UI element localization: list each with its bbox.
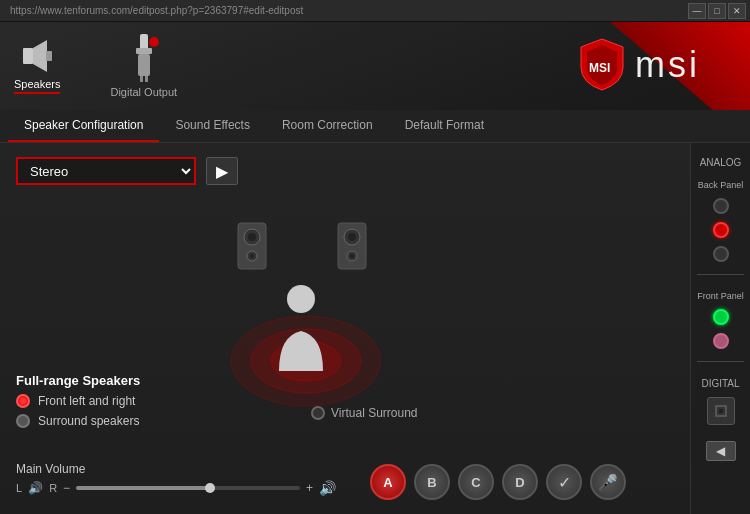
svg-marker-1 [33, 40, 47, 72]
divider-2 [697, 361, 744, 362]
speakers-info-section: Full-range Speakers Front left and right… [16, 373, 140, 434]
svg-point-14 [250, 254, 254, 258]
back-panel-dot-3[interactable] [713, 246, 729, 262]
close-button[interactable]: ✕ [728, 3, 746, 19]
svg-rect-2 [46, 51, 52, 61]
digital-output-header[interactable]: Digital Output [110, 34, 177, 98]
digital-panel-label: DIGITAL [691, 378, 750, 389]
svg-rect-3 [140, 34, 148, 50]
volume-speaker-icon: 🔊 [319, 480, 336, 496]
volume-label: Main Volume [16, 462, 336, 476]
title-bar: https://www.tenforums.com/editpost.php?p… [0, 0, 750, 22]
confirm-button[interactable]: ✓ [546, 464, 582, 500]
front-lr-label: Front left and right [38, 394, 135, 408]
svg-rect-6 [140, 76, 143, 82]
speakers-info-title: Full-range Speakers [16, 373, 140, 388]
front-panel-dot-2[interactable] [713, 333, 729, 349]
svg-point-19 [350, 254, 354, 258]
front-lr-radio[interactable] [16, 394, 30, 408]
play-icon: ▶ [216, 162, 228, 181]
digital-output-icon [126, 34, 162, 84]
btn-b[interactable]: B [414, 464, 450, 500]
volume-row: L 🔊 R − + 🔊 [16, 480, 336, 496]
back-panel-dot-2[interactable] [713, 222, 729, 238]
back-panel-label: Back Panel [691, 180, 750, 190]
svg-point-23 [287, 285, 315, 313]
speaker-right [336, 221, 368, 275]
volume-thumb [205, 483, 215, 493]
svg-point-8 [149, 37, 159, 47]
maximize-button[interactable]: □ [708, 3, 726, 19]
btn-d[interactable]: D [502, 464, 538, 500]
volume-plus: + [306, 481, 313, 495]
tab-room-correction[interactable]: Room Correction [266, 110, 389, 142]
btn-c[interactable]: C [458, 464, 494, 500]
header: Speakers Digital Output [0, 22, 750, 110]
url-bar: https://www.tenforums.com/editpost.php?p… [4, 5, 686, 16]
minimize-button[interactable]: — [688, 3, 706, 19]
surround-radio[interactable] [16, 414, 30, 428]
main-panel: Stereo ▶ [0, 143, 690, 514]
tab-sound-effects[interactable]: Sound Effects [159, 110, 266, 142]
digital-usb-icon[interactable] [707, 397, 735, 425]
front-lr-option[interactable]: Front left and right [16, 394, 140, 408]
volume-icon-left: 🔊 [28, 481, 43, 495]
speakers-icon [19, 38, 55, 74]
front-panel-dot-1[interactable] [713, 309, 729, 325]
tab-speaker-configuration[interactable]: Speaker Configuration [8, 110, 159, 142]
svg-rect-4 [136, 48, 152, 54]
person-icon [271, 281, 331, 375]
svg-rect-0 [23, 48, 33, 64]
dropdown-row: Stereo ▶ [16, 157, 674, 185]
tab-default-format[interactable]: Default Format [389, 110, 500, 142]
main-volume-section: Main Volume L 🔊 R − + 🔊 [16, 462, 336, 496]
play-button[interactable]: ▶ [206, 157, 238, 185]
msi-brand-text: msi [635, 44, 700, 86]
surround-option[interactable]: Surround speakers [16, 414, 140, 428]
tabs-bar: Speaker Configuration Sound Effects Room… [0, 110, 750, 143]
back-panel-dot-1[interactable] [713, 198, 729, 214]
svg-rect-7 [145, 76, 148, 82]
volume-slider[interactable] [76, 486, 300, 490]
btn-a[interactable]: A [370, 464, 406, 500]
svg-rect-26 [719, 409, 723, 413]
speakers-tab-header[interactable]: Speakers [14, 38, 60, 94]
app-container: Speakers Digital Output [0, 22, 750, 514]
digital-output-label: Digital Output [110, 86, 177, 98]
svg-rect-5 [138, 54, 150, 76]
front-panel-label: Front Panel [691, 291, 750, 301]
content-area: Stereo ▶ [0, 143, 750, 514]
volume-l-label: L [16, 482, 22, 494]
msi-logo: MSI msi [577, 37, 700, 92]
svg-text:MSI: MSI [589, 61, 610, 75]
right-panel: ANALOG Back Panel Front Panel DIGITAL ◀ [690, 143, 750, 514]
microphone-button[interactable]: 🎤 [590, 464, 626, 500]
svg-point-17 [348, 233, 356, 241]
analog-label: ANALOG [691, 157, 750, 168]
tabs-container: Speaker Configuration Sound Effects Room… [0, 110, 750, 143]
bottom-controls: A B C D ✓ 🎤 [370, 464, 626, 500]
volume-r-label: R [49, 482, 57, 494]
speaker-config-dropdown[interactable]: Stereo [16, 157, 196, 185]
speakers-label: Speakers [14, 78, 60, 94]
virtual-surround-radio[interactable] [311, 406, 325, 420]
speaker-left [236, 221, 268, 275]
virtual-surround-option[interactable]: Virtual Surround [311, 406, 418, 420]
volume-minus: − [63, 481, 70, 495]
virtual-surround-label: Virtual Surround [331, 406, 418, 420]
svg-point-12 [248, 233, 256, 241]
panel-arrow-button[interactable]: ◀ [706, 441, 736, 461]
divider-1 [697, 274, 744, 275]
surround-label: Surround speakers [38, 414, 139, 428]
